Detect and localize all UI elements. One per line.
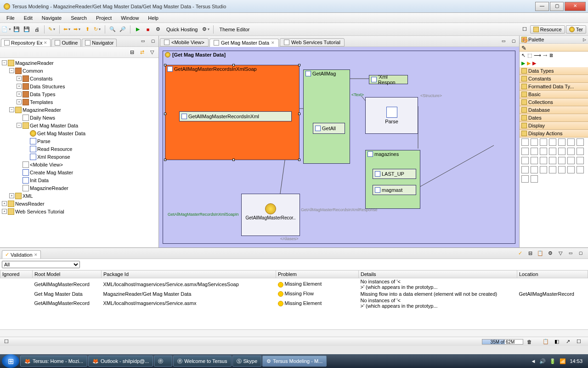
tree-data-structures[interactable]: +Data Structures xyxy=(1,82,158,90)
palette-item[interactable] xyxy=(567,157,575,164)
palette-item[interactable] xyxy=(567,166,575,173)
new-button[interactable]: 📄▼ xyxy=(2,25,11,34)
palette-cat-basic[interactable]: Basic xyxy=(520,91,588,98)
palette-item[interactable] xyxy=(521,166,529,173)
collapse-button[interactable]: ⊟ xyxy=(127,48,136,57)
system-tray[interactable]: ◄ 🔊 🔋 📶 14:53 xyxy=(531,358,586,364)
palette-cat-dates[interactable]: Dates xyxy=(520,114,588,122)
host-config-button[interactable]: ⚙▼ xyxy=(201,25,210,34)
diagram-canvas[interactable]: [Get Mag Master Data] GetAllMagMasterRec… xyxy=(159,47,519,247)
palette-cat-collections[interactable]: Collections xyxy=(520,98,588,106)
col-problem[interactable]: Problem xyxy=(276,270,359,278)
task-item[interactable]: ⓔWelcome to Tersus xyxy=(173,356,231,367)
palette-item[interactable] xyxy=(531,166,538,173)
palette-cat-formatted[interactable]: Formatted Data Ty... xyxy=(520,83,588,91)
up-button[interactable]: ⬆ xyxy=(83,25,92,34)
tray-icon[interactable]: 🔊 xyxy=(539,358,546,364)
marquee-tool[interactable]: ⬚ xyxy=(527,52,532,58)
model-magmast[interactable]: magmast xyxy=(373,185,416,195)
clock[interactable]: 14:53 xyxy=(570,358,582,364)
tab-outline[interactable]: Outline xyxy=(51,39,81,46)
forward-button[interactable]: ➡▼ xyxy=(73,25,82,34)
palette-item[interactable] xyxy=(577,138,584,146)
menu-project[interactable]: Project xyxy=(91,14,116,22)
val-tool-3[interactable]: 📋 xyxy=(536,248,545,258)
close-icon[interactable]: ✕ xyxy=(271,40,275,45)
link-button[interactable]: ⇄ xyxy=(137,48,147,57)
tree-init-data[interactable]: Init Data xyxy=(1,176,158,184)
palette-item[interactable] xyxy=(540,138,547,146)
col-location[interactable]: Location xyxy=(517,270,588,278)
menu-edit[interactable]: Edit xyxy=(19,14,37,22)
tray-icon[interactable]: 📶 xyxy=(560,358,566,364)
val-tool-1[interactable]: ✓ xyxy=(515,248,525,258)
stop-icon[interactable]: ▶ xyxy=(532,60,536,66)
tree-get-mag-master-data[interactable]: Get Mag Master Data xyxy=(1,129,158,137)
palette-cat-display-actions[interactable]: Display Actions xyxy=(520,130,588,138)
tree-constants[interactable]: +Constants xyxy=(1,75,158,82)
col-details[interactable]: Details xyxy=(359,270,517,278)
tree-mobile-view[interactable]: <Mobile View> xyxy=(1,161,158,168)
tree-webservices[interactable]: +Web Services Tutorial xyxy=(1,207,158,215)
tab-navigator[interactable]: Navigator xyxy=(82,39,117,46)
menu-search[interactable]: Search xyxy=(66,14,91,22)
run-icon[interactable]: ▶ xyxy=(521,60,525,66)
quick-hosting-button[interactable]: Quick Hosting xyxy=(164,27,200,32)
zoom-out-button[interactable]: 🔎 xyxy=(118,25,127,34)
h-scrollbar[interactable] xyxy=(0,329,588,337)
maximize-editor-icon[interactable]: ▢ xyxy=(509,36,518,46)
status-icon[interactable]: ☐ xyxy=(2,337,11,346)
palette-item[interactable] xyxy=(521,148,529,155)
tab-repository[interactable]: Repository Ex✕ xyxy=(1,39,51,46)
zoom-in-button[interactable]: 🔍 xyxy=(108,25,117,34)
connect-tool[interactable]: ⟶ xyxy=(534,52,541,58)
tree-magreader[interactable]: −MagazineReader xyxy=(1,106,158,114)
theme-editor-button[interactable]: Theme Editor xyxy=(216,27,252,32)
tray-expand-icon[interactable]: ◄ xyxy=(531,358,536,364)
palette-item[interactable] xyxy=(558,166,565,173)
tree-read-resource[interactable]: Read Resource xyxy=(1,145,158,153)
task-item[interactable]: ⓈSkype xyxy=(232,356,262,367)
start-button[interactable]: ⊞ xyxy=(2,354,19,368)
editor-tab-getmag[interactable]: Get Mag Master Data✕ xyxy=(209,39,279,47)
pointer-icon[interactable]: ✎ xyxy=(521,45,527,50)
status-btn-2[interactable]: ◧ xyxy=(552,337,561,346)
model-inner-xml[interactable]: GetAllMagMasterRecordsInXml xyxy=(179,111,292,121)
dotted-tool[interactable]: ⤑ xyxy=(543,52,547,58)
table-row[interactable]: GetAllMagMasterRecordXML/localhost/magse… xyxy=(0,278,588,291)
model-soap-box[interactable]: GetAllMagMasterRecordsInXmlSoap GetAllMa… xyxy=(165,65,300,160)
select-tool[interactable]: ↖ xyxy=(521,52,526,58)
maximize-view-icon[interactable]: ▢ xyxy=(576,248,585,258)
col-package[interactable]: Package Id xyxy=(102,270,276,278)
editor-tab-webservices[interactable]: Web Services Tutorial xyxy=(280,38,345,46)
task-item-ie[interactable]: ⓔ xyxy=(154,356,172,367)
task-item[interactable]: 🦊Tersus: Home - Mozi... xyxy=(20,356,87,367)
tree-common[interactable]: −Common xyxy=(1,67,158,75)
palette-item[interactable] xyxy=(549,166,556,173)
close-icon[interactable]: ✕ xyxy=(44,40,47,45)
palette-item[interactable] xyxy=(540,166,547,173)
config-button[interactable]: ⚙ xyxy=(153,25,163,34)
task-item-active[interactable]: ⚙Tersus Modeling - M... xyxy=(262,356,327,367)
minimize-view-icon[interactable]: ▭ xyxy=(138,36,147,46)
tree-get-mag-master[interactable]: −Get Mag Master Data xyxy=(1,121,158,129)
tree-data-types[interactable]: +Data Types xyxy=(1,90,158,98)
validation-filter[interactable]: All xyxy=(2,261,80,268)
palette-item[interactable] xyxy=(567,138,575,146)
menu-button[interactable]: ▽ xyxy=(147,48,157,57)
palette-cat-constants[interactable]: Constants xyxy=(520,75,588,83)
table-row[interactable]: GetAllMagMasterRecordXML/localhost/magse… xyxy=(0,297,588,309)
tab-validation[interactable]: ✓Validation✕ xyxy=(2,250,41,259)
tree-magreader2[interactable]: MagazineReader xyxy=(1,184,158,192)
palette-expand-icon[interactable]: ▷ xyxy=(583,37,586,42)
status-btn-3[interactable]: ↗ xyxy=(563,337,572,346)
palette-item[interactable] xyxy=(549,148,556,155)
model-magazines[interactable]: magazines LAST_UP magmast xyxy=(365,150,420,209)
minimize-editor-icon[interactable]: ▭ xyxy=(499,36,508,46)
editor-tab-mobile[interactable]: <Mobile View> xyxy=(160,38,209,46)
menu-help[interactable]: Help xyxy=(143,14,163,22)
task-item[interactable]: 🦊Outlook - shilpidp@... xyxy=(88,356,153,367)
maximize-button[interactable]: ▢ xyxy=(550,2,564,11)
palette-item[interactable] xyxy=(531,138,538,146)
minimize-view-icon[interactable]: ▭ xyxy=(566,248,575,258)
